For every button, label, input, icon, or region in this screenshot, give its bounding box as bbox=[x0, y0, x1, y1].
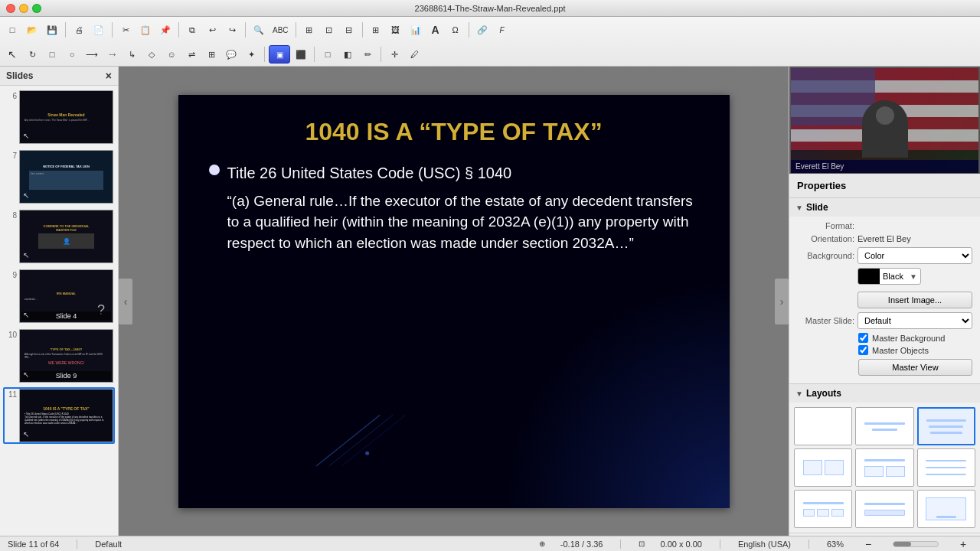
slide-thumb-11[interactable]: 11 1040 IS A "TYPE OF TAX" • Title 26 Un… bbox=[3, 387, 115, 444]
slide-thumb-9[interactable]: 9 IRS MANUAL content... ? Slide 4 ↖ bbox=[3, 268, 115, 324]
layout-thumb-6[interactable] bbox=[917, 448, 975, 487]
master-slide-control[interactable]: Default bbox=[858, 312, 972, 329]
shadow2-btn[interactable]: ◧ bbox=[338, 45, 357, 64]
background-type-select[interactable]: Color bbox=[858, 247, 972, 264]
layout-thumb-2[interactable] bbox=[855, 407, 913, 445]
new-btn[interactable]: □ bbox=[3, 21, 21, 39]
slides-panel: Slides × 6 Straw Man Revealed Any idea t… bbox=[0, 67, 119, 536]
find-btn[interactable]: 🔍 bbox=[250, 21, 268, 39]
pdf-btn[interactable]: 📄 bbox=[90, 21, 108, 39]
slide-img-8[interactable]: COMPARE TO THE INDIVIDUALMASTER FILE 👤 ↖ bbox=[19, 210, 113, 263]
status-bar: Slide 11 of 64 Default ⊕ -0.18 / 3.36 ⊡ … bbox=[0, 536, 980, 551]
callout-btn[interactable]: 💬 bbox=[222, 45, 240, 64]
snap-btn[interactable]: ⊡ bbox=[320, 21, 338, 39]
layout-thumb-4[interactable] bbox=[794, 448, 852, 487]
fontwork-btn[interactable]: F bbox=[493, 21, 511, 39]
redo-btn[interactable]: ↪ bbox=[223, 21, 241, 39]
cursor-btn[interactable]: ✛ bbox=[385, 45, 403, 64]
color-fill-btn[interactable]: ▣ bbox=[269, 45, 290, 64]
color-dropdown-arrow[interactable]: ▼ bbox=[906, 272, 920, 281]
layouts-section-header[interactable]: ▼ Layouts bbox=[789, 384, 980, 403]
special-char-btn[interactable]: Ω bbox=[446, 21, 465, 39]
slide-thumb-7[interactable]: 7 NOTICE OF FEDERAL TAX LIEN form conten… bbox=[3, 148, 115, 205]
hyperlink-btn[interactable]: 🔗 bbox=[473, 21, 492, 39]
rotate-btn[interactable]: ↻ bbox=[23, 45, 41, 64]
prev-slide-btn[interactable]: ‹ bbox=[119, 279, 132, 324]
stars-btn[interactable]: ✦ bbox=[242, 45, 260, 64]
connectors-btn[interactable]: ↳ bbox=[122, 45, 141, 64]
slide-img-10[interactable]: TYPE OF TAX—1040? Although this is one o… bbox=[19, 329, 113, 383]
sep9 bbox=[314, 47, 315, 62]
3d-btn[interactable]: ⬛ bbox=[292, 45, 310, 64]
zoom-in-btn[interactable]: + bbox=[954, 535, 972, 552]
table-btn[interactable]: ⊞ bbox=[367, 21, 385, 39]
slide-img-7[interactable]: NOTICE OF FEDERAL TAX LIEN form content.… bbox=[19, 150, 113, 204]
view-btn[interactable]: ⊟ bbox=[340, 21, 358, 39]
paste-btn[interactable]: 📌 bbox=[156, 21, 175, 39]
layouts-section-toggle[interactable]: ▼ bbox=[795, 390, 803, 398]
clone-btn[interactable]: ⧉ bbox=[183, 21, 201, 39]
grid-btn[interactable]: ⊞ bbox=[300, 21, 318, 39]
layout-thumb-5[interactable] bbox=[855, 448, 913, 487]
arrows-btn[interactable]: ⤑ bbox=[103, 45, 121, 64]
slides-list[interactable]: 6 Straw Man Revealed Any idea that there… bbox=[0, 86, 118, 536]
cut-btn[interactable]: ✂ bbox=[116, 21, 135, 39]
master-objects-row[interactable]: Master Objects bbox=[858, 345, 972, 355]
layout-box-5l bbox=[864, 466, 884, 477]
line-btn[interactable]: ⟶ bbox=[83, 45, 101, 64]
zoom-slider[interactable] bbox=[893, 541, 939, 547]
spellcheck-btn[interactable]: ABC bbox=[270, 21, 292, 39]
color-selector[interactable]: Black ▼ bbox=[858, 268, 921, 285]
slide-canvas[interactable]: 1040 IS A “TYPE OF TAX” Title 26 United … bbox=[178, 95, 730, 508]
symbol-shapes-btn[interactable]: ☺ bbox=[162, 45, 181, 64]
shadow-btn[interactable]: □ bbox=[318, 45, 337, 64]
open-btn[interactable]: 📂 bbox=[23, 21, 41, 39]
master-background-checkbox[interactable] bbox=[858, 333, 868, 343]
layout-line-2 bbox=[872, 429, 897, 431]
draw-btn[interactable]: ✏ bbox=[358, 45, 377, 64]
layout-line-11 bbox=[864, 503, 905, 505]
layout-thumb-8[interactable] bbox=[855, 490, 913, 528]
layout-thumb-7[interactable] bbox=[794, 490, 852, 528]
master-slide-select[interactable]: Default bbox=[858, 312, 972, 329]
print-btn[interactable]: 🖨 bbox=[70, 21, 88, 39]
layout-line-7 bbox=[926, 460, 966, 461]
close-button[interactable] bbox=[6, 4, 15, 13]
minimize-button[interactable] bbox=[19, 4, 28, 13]
next-slide-btn[interactable]: › bbox=[775, 279, 789, 324]
layout-thumb-3[interactable] bbox=[917, 407, 975, 445]
slides-close-btn[interactable]: × bbox=[106, 70, 112, 82]
layout-thumb-1[interactable] bbox=[794, 407, 852, 445]
basic-shapes-btn[interactable]: ◇ bbox=[142, 45, 161, 64]
insert-image-btn[interactable]: Insert Image... bbox=[858, 292, 972, 308]
chart-btn[interactable]: 📊 bbox=[407, 21, 425, 39]
ellipse-btn[interactable]: ○ bbox=[63, 45, 81, 64]
pen-btn[interactable]: 🖊 bbox=[405, 45, 423, 64]
insert-image-control[interactable]: Insert Image... bbox=[858, 289, 972, 308]
image-btn[interactable]: 🖼 bbox=[387, 21, 405, 39]
slide-thumb-6[interactable]: 6 Straw Man Revealed Any idea that there… bbox=[3, 89, 115, 145]
slide-section-header[interactable]: ▼ Slide bbox=[789, 198, 980, 217]
master-background-row[interactable]: Master Background bbox=[858, 333, 972, 343]
undo-btn[interactable]: ↩ bbox=[203, 21, 221, 39]
table2-btn[interactable]: ⊞ bbox=[202, 45, 220, 64]
master-view-btn[interactable]: Master View bbox=[858, 359, 972, 376]
layout-thumb-9[interactable] bbox=[917, 490, 975, 528]
select-btn[interactable]: ↖ bbox=[3, 45, 21, 64]
save-btn[interactable]: 💾 bbox=[43, 21, 61, 39]
slide-thumb-8[interactable]: 8 COMPARE TO THE INDIVIDUALMASTER FILE 👤… bbox=[3, 208, 115, 265]
slide-section-toggle[interactable]: ▼ bbox=[795, 204, 803, 212]
maximize-button[interactable] bbox=[32, 4, 41, 13]
slide-img-9[interactable]: IRS MANUAL content... ? Slide 4 ↖ bbox=[19, 269, 113, 323]
zoom-out-btn[interactable]: − bbox=[859, 535, 877, 552]
flow-btn[interactable]: ⇌ bbox=[182, 45, 201, 64]
slide-thumb-10[interactable]: 10 TYPE OF TAX—1040? Although this is on… bbox=[3, 328, 115, 384]
slide-img-11[interactable]: 1040 IS A "TYPE OF TAX" • Title 26 Unite… bbox=[19, 389, 113, 442]
textbox-btn[interactable]: A bbox=[426, 21, 445, 39]
window-controls[interactable] bbox=[6, 4, 41, 13]
master-objects-checkbox[interactable] bbox=[858, 345, 868, 355]
background-type-control[interactable]: Color bbox=[858, 247, 972, 264]
textbox2-btn[interactable]: □ bbox=[43, 45, 61, 64]
slide-img-6[interactable]: Straw Man Revealed Any idea that there e… bbox=[19, 90, 113, 144]
copy-btn[interactable]: 📋 bbox=[136, 21, 155, 39]
